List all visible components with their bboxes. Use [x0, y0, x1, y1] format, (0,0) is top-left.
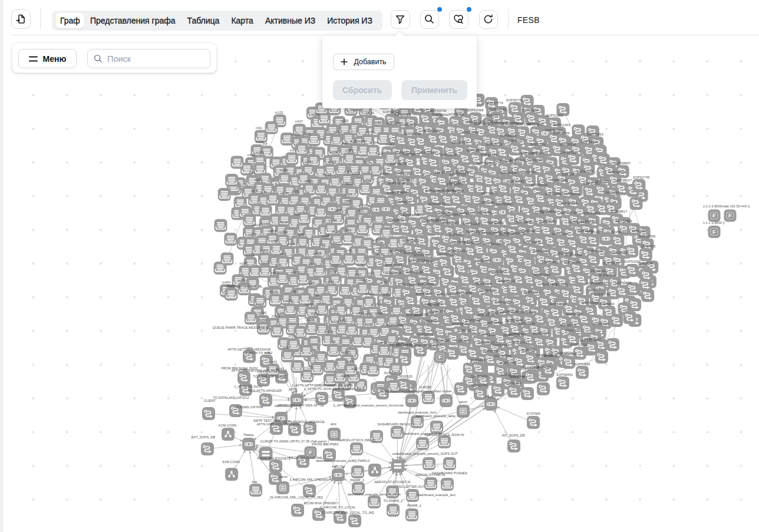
svg-text:in227: in227	[330, 264, 338, 267]
svg-text:in422: in422	[328, 160, 336, 164]
svg-text:in26: in26	[293, 213, 299, 216]
svg-text:SOPS4227: SOPS4227	[513, 341, 529, 344]
svg-text:in312: in312	[311, 312, 319, 315]
svg-text:in91: in91	[249, 171, 256, 174]
svg-text:in402: in402	[252, 223, 260, 227]
svg-text:SOPS4343: SOPS4343	[520, 170, 537, 174]
svg-text:SOPS9045: SOPS9045	[481, 191, 497, 195]
svg-text:SOPS1605: SOPS1605	[564, 260, 580, 264]
svg-text:SOPS1295: SOPS1295	[500, 361, 516, 365]
svg-text:in5: in5	[331, 340, 336, 343]
svg-text:in425: in425	[325, 330, 333, 333]
svg-text:SOPS6437: SOPS6437	[400, 123, 417, 127]
svg-text:SOPS554: SOPS554	[436, 293, 451, 296]
svg-text:in244: in244	[279, 230, 288, 234]
svg-text:SOPS3475: SOPS3475	[440, 153, 457, 157]
svg-text:SOPS8654: SOPS8654	[387, 219, 404, 222]
svg-text:in13: in13	[368, 272, 375, 275]
svg-text:SOPS4029: SOPS4029	[429, 202, 446, 206]
svg-text:FROM.IBM.PNR2: FROM.IBM.PNR2	[312, 442, 339, 446]
svg-text:SOPS2083: SOPS2083	[447, 189, 464, 193]
svg-text:in8: in8	[263, 142, 268, 146]
svg-text:in35: in35	[329, 270, 336, 273]
svg-text:SOPS2860: SOPS2860	[615, 281, 632, 285]
svg-text:SOPS3233: SOPS3233	[533, 249, 550, 253]
svg-text:SOPS880: SOPS880	[449, 233, 464, 236]
svg-text:in314: in314	[279, 220, 287, 224]
svg-text:SOPS5477: SOPS5477	[402, 239, 419, 242]
svg-text:D.ASMS.UIP.PNR: D.ASMS.UIP.PNR	[236, 405, 263, 409]
svg-text:in307: in307	[351, 367, 359, 371]
svg-text:SOPS1832: SOPS1832	[522, 108, 538, 112]
svg-text:in93: in93	[290, 148, 296, 152]
svg-text:in371: in371	[305, 160, 313, 164]
svg-text:AEROFLOT.DCS.JSON.IN: AEROFLOT.DCS.JSON.IN	[424, 433, 464, 437]
svg-text:SOPS3382: SOPS3382	[603, 191, 619, 194]
svg-text:TO.DATALAKE.UIP.DC2: TO.DATALAKE.UIP.DC2	[213, 396, 249, 399]
svg-text:in11: in11	[358, 209, 364, 212]
svg-text:DASHBOARD RESULTS: DASHBOARD RESULTS	[378, 422, 415, 426]
svg-text:PUIM_PamirTraceMessageExecutor: PUIM_PamirTraceMessageExecutorMain broke…	[380, 389, 452, 393]
svg-text:in362: in362	[359, 278, 367, 282]
svg-text:AFTN: AFTN	[289, 388, 298, 391]
svg-text:in427: in427	[295, 120, 303, 123]
svg-text:SOPS5781: SOPS5781	[437, 253, 453, 256]
svg-text:in160: in160	[291, 270, 299, 274]
svg-text:in72: in72	[308, 282, 315, 285]
svg-text:SOPS9069: SOPS9069	[387, 323, 403, 327]
svg-text:in348: in348	[246, 253, 254, 256]
svg-text:SOPS2853: SOPS2853	[546, 114, 563, 117]
svg-text:SOPS3981: SOPS3981	[442, 221, 458, 224]
svg-text:in361: in361	[285, 299, 293, 303]
svg-text:pamir: pamir	[279, 475, 288, 478]
svg-text:in164: in164	[328, 219, 336, 222]
svg-text:in293: in293	[259, 318, 267, 322]
svg-text:SOPS5732: SOPS5732	[559, 151, 576, 154]
svg-text:SOPS7611: SOPS7611	[455, 170, 471, 174]
svg-text:in182: in182	[357, 264, 365, 267]
svg-text:SOPS5229: SOPS5229	[478, 201, 494, 204]
svg-text:in278: in278	[331, 320, 339, 323]
svg-text:dashboard_example_percent_hori: dashboard_example_percent_horizontal	[344, 404, 404, 407]
svg-text:in226: in226	[332, 230, 340, 233]
svg-text:3.AIRCOM XML OPENSKY: 3.AIRCOM XML OPENSKY	[289, 478, 330, 481]
svg-text:SOPS6695: SOPS6695	[456, 291, 472, 295]
svg-text:SOPS9198: SOPS9198	[559, 143, 576, 146]
svg-text:SOPS709: SOPS709	[530, 143, 545, 146]
svg-text:in201: in201	[334, 130, 342, 134]
svg-text:in458: in458	[268, 229, 276, 233]
svg-text:SOPS983: SOPS983	[428, 302, 443, 306]
svg-text:dashboard_example_table: dashboard_example_table	[416, 414, 456, 418]
svg-text:in225: in225	[375, 312, 383, 315]
svg-text:SOPS2005: SOPS2005	[385, 271, 401, 275]
svg-text:in49: in49	[342, 141, 348, 145]
svg-text:pamir: pamir	[459, 400, 467, 404]
svg-text:SOPS6777: SOPS6777	[428, 310, 445, 313]
svg-text:SOPS1452: SOPS1452	[583, 212, 600, 215]
svg-text:2_AIRCOM_TO_LOCAL: 2_AIRCOM_TO_LOCAL	[319, 505, 355, 509]
svg-text:SOPS6802: SOPS6802	[562, 173, 579, 176]
svg-text:SOPS2802: SOPS2802	[608, 170, 625, 174]
svg-text:in105: in105	[364, 323, 372, 326]
svg-text:SOPS8228: SOPS8228	[500, 134, 517, 137]
svg-text:SOPS3680: SOPS3680	[540, 210, 556, 213]
svg-text:SOPS6609: SOPS6609	[402, 213, 419, 217]
svg-text:SOPS3953: SOPS3953	[490, 270, 506, 273]
svg-text:in90: in90	[314, 293, 320, 297]
svg-text:INT_SOPS_DB: INT_SOPS_DB	[502, 434, 525, 437]
svg-text:SOPS9685: SOPS9685	[516, 220, 533, 224]
svg-text:8_AFTN TO XML: 8_AFTN TO XML	[245, 351, 270, 355]
svg-text:in239: in239	[256, 151, 264, 154]
svg-text:in380: in380	[383, 293, 391, 296]
svg-text:1_AFTN.TO.JSON.ERROR.HANDLER.S: 1_AFTN.TO.JSON.ERROR.HANDLER.S	[304, 387, 365, 391]
svg-text:CLMQM: CLMQM	[419, 385, 431, 389]
svg-text:SOPS2651: SOPS2651	[423, 129, 440, 133]
svg-text:SOPS4114: SOPS4114	[533, 332, 549, 335]
svg-text:csdashboard_example_percent_SO: csdashboard_example_percent_SOPS.OUT	[392, 452, 458, 455]
svg-text:SOPS3551: SOPS3551	[487, 221, 504, 224]
svg-text:SOPS2745: SOPS2745	[633, 176, 649, 179]
svg-text:SOPS6752: SOPS6752	[490, 108, 506, 111]
svg-text:SOPS3803: SOPS3803	[586, 282, 603, 285]
svg-text:FROM.OPENSKY.3WS.AFTN8: FROM.OPENSKY.3WS.AFTN8	[278, 404, 324, 407]
svg-text:SOPS5525: SOPS5525	[396, 375, 412, 378]
